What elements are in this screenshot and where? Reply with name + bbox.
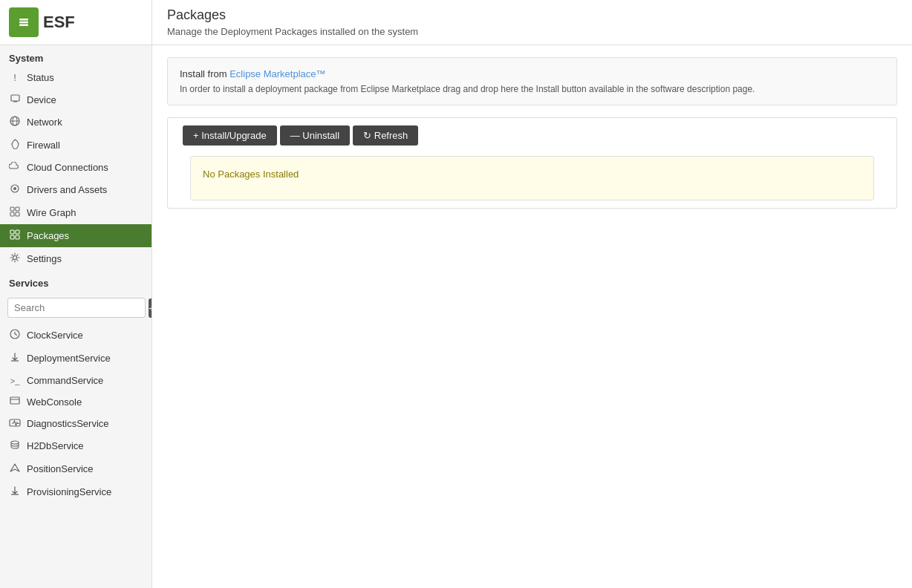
uninstall-button[interactable]: — Uninstall — [280, 125, 350, 146]
nav-label-command-service: CommandService — [27, 375, 103, 386]
settings-icon — [9, 252, 21, 265]
nav-label-position-service: PositionService — [27, 463, 94, 474]
nav-item-firewall[interactable]: Firewall — [0, 134, 152, 157]
nav-label-h2db-service: H2DbService — [27, 440, 84, 451]
nav-item-wire-graph[interactable]: Wire Graph — [0, 201, 152, 224]
install-from-box: Install from Eclipse Marketplace™ In ord… — [167, 57, 897, 105]
clock-service-icon — [9, 329, 21, 342]
logo-area: ESF — [0, 0, 152, 45]
nav-label-network: Network — [27, 117, 62, 128]
nav-item-diagnostics-service[interactable]: DiagnosticsService — [0, 413, 152, 434]
command-service-icon: >_ — [9, 376, 21, 385]
svg-rect-1 — [19, 19, 28, 21]
packages-toolbar: + Install/Upgrade — Uninstall ↻ Refresh — [168, 118, 896, 153]
nav-item-command-service[interactable]: >_ CommandService — [0, 370, 152, 391]
wire-graph-icon — [9, 206, 21, 219]
svg-point-27 — [11, 441, 19, 444]
nav-label-device: Device — [27, 94, 56, 105]
nav-item-status[interactable]: ! Status — [0, 67, 152, 88]
svg-line-22 — [15, 334, 17, 336]
provisioning-service-icon — [9, 486, 21, 498]
nav-label-diagnostics-service: DiagnosticsService — [27, 418, 109, 429]
svg-rect-15 — [10, 230, 14, 234]
nav-label-deployment-service: DeploymentService — [27, 353, 111, 364]
nav-label-packages: Packages — [27, 230, 69, 241]
svg-point-10 — [13, 187, 16, 190]
nav-label-cloud-connections: Cloud Connections — [27, 162, 108, 173]
svg-rect-5 — [13, 101, 17, 102]
nav-label-status: Status — [27, 72, 54, 83]
drivers-assets-icon — [9, 183, 21, 196]
packages-area: No Packages Installed — [190, 156, 874, 200]
services-section-header: Services — [0, 270, 152, 292]
eclipse-marketplace-link[interactable]: Eclipse Marketplace™ — [229, 68, 325, 79]
main-content: Packages Manage the Deployment Packages … — [152, 0, 912, 588]
diagnostics-service-icon — [9, 418, 21, 429]
deployment-service-icon — [9, 352, 21, 365]
services-search-row: + — [0, 292, 152, 324]
nav-item-device[interactable]: Device — [0, 88, 152, 111]
nav-item-settings[interactable]: Settings — [0, 247, 152, 270]
nav-label-drivers-and-assets: Drivers and Assets — [27, 184, 107, 195]
svg-rect-13 — [10, 212, 14, 216]
nav-item-clock-service[interactable]: ClockService — [0, 324, 152, 347]
web-console-icon — [9, 396, 21, 408]
h2db-service-icon — [9, 440, 21, 452]
nav-item-position-service[interactable]: PositionService — [0, 457, 152, 480]
install-from-title: Install from Eclipse Marketplace™ — [180, 68, 885, 79]
svg-rect-4 — [11, 95, 19, 101]
svg-rect-14 — [16, 212, 19, 216]
system-section-header: System — [0, 45, 152, 67]
nav-label-clock-service: ClockService — [27, 330, 83, 341]
nav-label-settings: Settings — [27, 253, 62, 264]
nav-item-deployment-service[interactable]: DeploymentService — [0, 347, 152, 370]
sidebar: ESF System ! Status Device Network Firew… — [0, 0, 152, 588]
firewall-icon — [9, 139, 21, 151]
no-packages-text: No Packages Installed — [203, 169, 299, 180]
status-icon: ! — [9, 72, 21, 83]
logo-icon — [9, 7, 39, 37]
device-icon — [9, 94, 21, 105]
svg-rect-11 — [10, 207, 14, 211]
logo-text: ESF — [43, 13, 75, 32]
nav-item-network[interactable]: Network — [0, 111, 152, 134]
nav-item-h2db-service[interactable]: H2DbService — [0, 434, 152, 457]
page-title-bar: Packages Manage the Deployment Packages … — [152, 0, 912, 45]
nav-label-firewall: Firewall — [27, 140, 60, 151]
svg-rect-18 — [16, 235, 19, 239]
svg-rect-2 — [19, 22, 28, 24]
nav-item-packages[interactable]: Packages — [0, 224, 152, 247]
nav-label-provisioning-service: ProvisioningService — [27, 486, 111, 497]
search-input[interactable] — [7, 298, 146, 318]
packages-icon — [9, 229, 21, 242]
refresh-button[interactable]: ↻ Refresh — [353, 125, 418, 146]
nav-label-web-console: WebConsole — [27, 396, 82, 408]
position-service-icon — [9, 463, 21, 475]
svg-marker-28 — [10, 464, 19, 471]
svg-point-19 — [13, 256, 17, 260]
install-from-desc: In order to install a deployment package… — [180, 84, 885, 94]
nav-item-provisioning-service[interactable]: ProvisioningService — [0, 480, 152, 503]
cloud-connections-icon — [9, 162, 21, 173]
page-title: Packages — [167, 7, 897, 23]
svg-rect-24 — [10, 397, 19, 404]
svg-rect-3 — [19, 24, 28, 27]
svg-rect-17 — [10, 235, 14, 239]
nav-item-cloud-connections[interactable]: Cloud Connections — [0, 157, 152, 178]
network-icon — [9, 116, 21, 128]
page-subtitle: Manage the Deployment Packages installed… — [167, 26, 897, 37]
nav-item-web-console[interactable]: WebConsole — [0, 391, 152, 413]
nav-item-drivers-and-assets[interactable]: Drivers and Assets — [0, 178, 152, 201]
install-upgrade-button[interactable]: + Install/Upgrade — [183, 125, 277, 146]
svg-rect-16 — [16, 230, 19, 234]
nav-label-wire-graph: Wire Graph — [27, 207, 76, 218]
svg-rect-12 — [16, 207, 19, 211]
